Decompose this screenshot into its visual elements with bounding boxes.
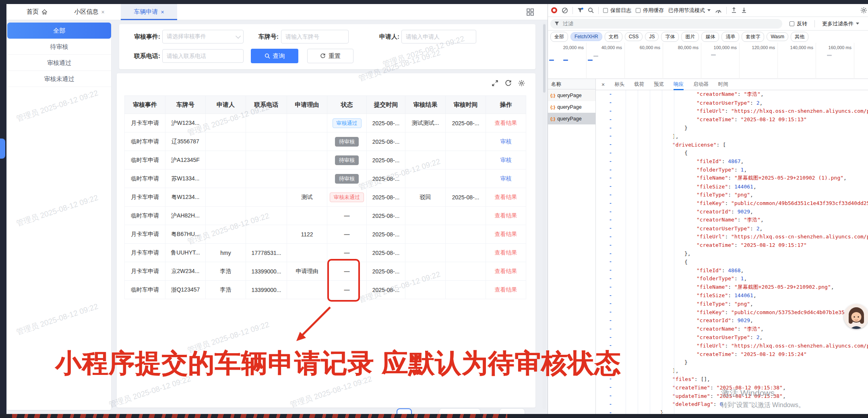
fold-marker-icon[interactable]: - (596, 91, 614, 97)
fold-marker-icon[interactable]: - (596, 259, 614, 265)
gear-icon[interactable] (518, 80, 525, 87)
preserve-log-checkbox[interactable]: 保留日志 (603, 7, 631, 14)
fold-marker-icon[interactable]: - (596, 108, 614, 114)
response-json-view[interactable]: -"creatorName": "李浩",-"creatorUserType":… (596, 90, 868, 414)
fold-marker-icon[interactable]: - (596, 234, 614, 240)
side-rail-handle[interactable] (0, 139, 5, 159)
fold-marker-icon[interactable]: - (596, 117, 614, 122)
filter-chip-[interactable]: 字体 (661, 32, 679, 42)
fold-marker-icon[interactable]: - (596, 385, 614, 390)
fold-marker-icon[interactable]: - (596, 393, 614, 399)
audit-link[interactable]: 审核 (500, 157, 512, 163)
invert-checkbox[interactable]: 反转 (789, 20, 807, 27)
filter-chip-[interactable]: 媒体 (701, 32, 719, 42)
import-har-icon[interactable] (731, 7, 737, 13)
pagination-button[interactable] (397, 408, 412, 414)
export-har-icon[interactable] (741, 7, 747, 13)
view-result-link[interactable]: 查看结果 (495, 212, 517, 219)
plate-number-input[interactable] (281, 30, 349, 43)
response-tab[interactable]: 时间 (718, 79, 728, 90)
sidebar-item-filter[interactable]: 审核未通过 (7, 71, 111, 87)
settings-gear-icon[interactable] (860, 7, 867, 14)
network-timeline[interactable]: 20,000 ms40,000 ms60,000 ms80,000 ms100,… (548, 43, 868, 79)
audit-link[interactable]: 审核 (500, 175, 512, 182)
fold-marker-icon[interactable]: - (596, 284, 614, 290)
network-conditions-icon[interactable] (715, 8, 722, 13)
fold-marker-icon[interactable]: - (596, 125, 614, 131)
tab-home[interactable]: 首页 (19, 4, 56, 20)
refresh-icon[interactable] (505, 80, 512, 87)
close-icon[interactable]: × (601, 81, 605, 88)
request-row[interactable]: {;}queryPage (548, 101, 595, 113)
fold-marker-icon[interactable]: - (596, 293, 614, 298)
close-icon[interactable]: × (101, 9, 104, 15)
applicant-input[interactable] (401, 30, 476, 43)
filter-chip-[interactable]: 图片 (681, 32, 699, 42)
fold-marker-icon[interactable]: - (596, 335, 614, 340)
tab-community-info[interactable]: 小区信息 × (67, 4, 112, 20)
pagination-button[interactable] (499, 408, 525, 414)
fold-marker-icon[interactable]: - (596, 159, 614, 164)
filter-chip-[interactable]: 清单 (721, 32, 739, 42)
sidebar-item-active[interactable]: 全部 (7, 23, 111, 39)
filter-chip-[interactable]: 文档 (605, 32, 622, 42)
fold-marker-icon[interactable]: - (596, 309, 614, 315)
fold-marker-icon[interactable]: - (596, 401, 614, 407)
fold-marker-icon[interactable]: - (596, 167, 614, 173)
filter-input[interactable]: 过滤 (550, 19, 782, 29)
filter-chip-[interactable]: 其他 (791, 32, 808, 42)
close-icon[interactable]: × (161, 9, 164, 15)
response-tab[interactable]: 预览 (654, 79, 664, 90)
filter-chip-css[interactable]: CSS (625, 32, 643, 41)
pagination-button[interactable] (439, 408, 481, 414)
response-tab[interactable]: 响应 (674, 79, 684, 90)
response-tab[interactable]: 标头 (614, 79, 624, 90)
request-name-header[interactable]: 名称 (548, 79, 595, 89)
tab-vehicle-application[interactable]: 车辆申请 × (121, 4, 177, 20)
phone-input[interactable] (162, 49, 244, 63)
fold-marker-icon[interactable]: - (596, 326, 614, 332)
fold-marker-icon[interactable]: - (596, 100, 614, 106)
fold-marker-icon[interactable]: - (596, 150, 614, 156)
fold-marker-icon[interactable]: - (596, 192, 614, 198)
view-result-link[interactable]: 查看结果 (495, 194, 517, 200)
view-result-link[interactable]: 查看结果 (495, 231, 517, 237)
response-tab[interactable]: 启动器 (693, 79, 709, 90)
fold-marker-icon[interactable]: - (596, 267, 614, 273)
search-button[interactable]: 查询 (251, 49, 298, 63)
fold-marker-icon[interactable]: - (596, 226, 614, 231)
view-result-link[interactable]: 查看结果 (495, 268, 517, 274)
view-result-link[interactable]: 查看结果 (495, 120, 517, 126)
fold-marker-icon[interactable]: - (596, 301, 614, 306)
filter-chip-wasm[interactable]: Wasm (767, 32, 788, 41)
fullscreen-icon[interactable] (492, 80, 498, 87)
more-filters-button[interactable]: 更多过滤条件 (822, 20, 859, 27)
filter-chip-js[interactable]: JS (645, 32, 659, 41)
request-row[interactable]: {;}queryPage (548, 89, 595, 101)
filter-icon[interactable] (577, 8, 583, 13)
audit-event-select[interactable]: 请选择审核事件 (162, 30, 244, 43)
filter-chip-[interactable]: 全部 (550, 32, 568, 42)
avatar[interactable] (844, 304, 868, 329)
fold-marker-icon[interactable]: - (596, 410, 614, 414)
grid-icon[interactable] (527, 8, 534, 16)
fold-marker-icon[interactable]: - (596, 175, 614, 181)
search-icon[interactable] (588, 7, 594, 13)
filter-chip-fetchxhr[interactable]: Fetch/XHR (570, 32, 602, 41)
fold-marker-icon[interactable]: - (596, 142, 614, 147)
reset-button[interactable]: 重置 (307, 49, 353, 63)
fold-marker-icon[interactable]: - (596, 209, 614, 215)
clear-icon[interactable] (562, 7, 568, 14)
fold-marker-icon[interactable]: - (596, 184, 614, 189)
disable-cache-checkbox[interactable]: 停用缓存 (636, 7, 664, 14)
request-row[interactable]: {;}queryPage (548, 113, 595, 124)
fold-marker-icon[interactable]: - (596, 251, 614, 257)
view-result-link[interactable]: 查看结果 (495, 286, 517, 293)
fold-marker-icon[interactable]: - (596, 217, 614, 223)
fold-marker-icon[interactable]: - (596, 318, 614, 323)
fold-marker-icon[interactable]: - (596, 242, 614, 248)
sidebar-item-filter[interactable]: 审核通过 (7, 55, 111, 71)
sidebar-item-filter[interactable]: 待审核 (7, 39, 111, 55)
throttling-select[interactable]: 已停用节流模式 (668, 7, 711, 14)
response-tab[interactable]: 载荷 (634, 79, 644, 90)
